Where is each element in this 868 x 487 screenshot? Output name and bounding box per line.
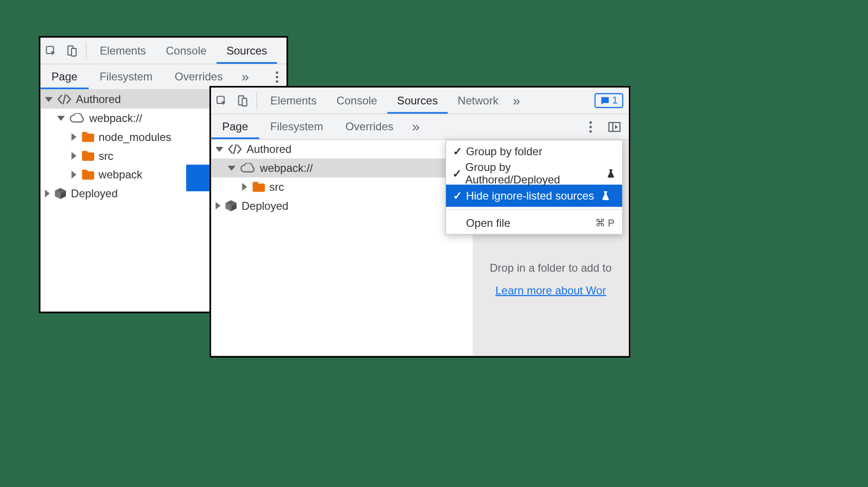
disclosure-down-icon xyxy=(216,146,223,152)
tree-label: src xyxy=(269,181,284,194)
tree-label: webpack xyxy=(99,168,143,181)
cloud-icon xyxy=(69,113,85,123)
subtab-page[interactable]: Page xyxy=(41,64,89,89)
code-brackets-icon xyxy=(57,94,72,105)
tab-console[interactable]: Console xyxy=(326,88,387,114)
svg-point-3 xyxy=(276,71,278,73)
menu-open-file[interactable]: Open file ⌘ P xyxy=(446,212,622,234)
disclosure-right-icon xyxy=(45,189,50,197)
message-icon xyxy=(600,96,610,106)
sources-subtab-bar: Page Filesystem Overrides » xyxy=(211,114,629,140)
disclosure-right-icon xyxy=(72,133,77,141)
subtab-page[interactable]: Page xyxy=(211,114,259,139)
tree-label: node_modules xyxy=(99,131,171,144)
tab-console[interactable]: Console xyxy=(156,38,217,64)
device-toggle-icon[interactable] xyxy=(232,88,253,114)
tab-network[interactable]: Network xyxy=(448,88,508,114)
device-toggle-icon[interactable] xyxy=(61,38,83,64)
tree-label: Authored xyxy=(76,93,121,106)
learn-more-link[interactable]: Learn more about Wor xyxy=(495,285,606,297)
tree-label: Authored xyxy=(247,143,291,156)
tree-label: webpack:// xyxy=(89,112,142,125)
disclosure-down-icon xyxy=(228,165,235,170)
more-tabs-icon[interactable]: » xyxy=(508,88,524,114)
tree-label: src xyxy=(99,149,114,162)
folder-icon xyxy=(82,151,94,161)
checkmark-icon: ✓ xyxy=(452,145,464,158)
issues-count: 1 xyxy=(612,95,618,106)
tree-label: Deployed xyxy=(241,199,288,212)
disclosure-right-icon xyxy=(216,202,221,210)
cube-icon xyxy=(225,200,237,212)
folder-icon xyxy=(82,132,94,142)
menu-hide-ignore-listed[interactable]: ✓ Hide ignore-listed sources xyxy=(446,185,622,207)
svg-point-4 xyxy=(276,76,278,78)
disclosure-down-icon xyxy=(57,116,65,121)
checkmark-icon: ✓ xyxy=(452,167,463,180)
menu-group-by-folder[interactable]: ✓ Group by folder xyxy=(446,140,622,163)
disclosure-right-icon xyxy=(242,183,247,191)
disclosure-right-icon xyxy=(72,152,77,160)
collapse-sidebar-icon[interactable] xyxy=(600,114,629,139)
checkmark-icon: ✓ xyxy=(452,189,464,202)
tree-label: Deployed xyxy=(71,187,118,200)
workspace-hint-text: Drop in a folder to add to xyxy=(480,262,621,274)
inspect-icon[interactable] xyxy=(41,38,62,64)
menu-label: Group by folder xyxy=(466,145,542,158)
folder-icon xyxy=(82,170,94,180)
tab-elements[interactable]: Elements xyxy=(90,38,156,64)
folder-icon xyxy=(253,182,265,192)
cloud-icon xyxy=(240,163,256,173)
menu-label: Open file xyxy=(466,217,510,230)
subtab-overrides[interactable]: Overrides xyxy=(334,114,404,139)
issues-badge[interactable]: 1 xyxy=(595,93,623,108)
tree-context-menu: ✓ Group by folder ✓ Group by Authored/De… xyxy=(446,140,623,234)
cube-icon xyxy=(54,188,66,200)
beaker-icon xyxy=(602,191,609,200)
menu-shortcut: ⌘ P xyxy=(595,217,615,229)
menu-label: Group by Authored/Deployed xyxy=(465,161,600,186)
menu-separator xyxy=(446,209,622,209)
toolbar-divider xyxy=(257,92,257,109)
menu-label: Hide ignore-listed sources xyxy=(466,189,594,202)
subtab-filesystem[interactable]: Filesystem xyxy=(259,114,334,139)
more-tabs-icon[interactable]: » xyxy=(404,114,428,139)
svg-point-5 xyxy=(276,80,278,82)
svg-point-11 xyxy=(590,130,592,132)
devtools-panel-after: Elements Console Sources Network » 1 Pag… xyxy=(210,86,631,358)
svg-point-10 xyxy=(590,126,592,128)
kebab-menu-icon[interactable] xyxy=(581,114,600,139)
svg-rect-12 xyxy=(609,122,620,131)
svg-point-9 xyxy=(590,121,592,123)
beaker-icon xyxy=(607,169,615,178)
tree-webpack-root[interactable]: webpack:// xyxy=(211,158,472,177)
menu-group-by-authored[interactable]: ✓ Group by Authored/Deployed xyxy=(446,163,622,185)
code-brackets-icon xyxy=(228,144,242,155)
svg-rect-8 xyxy=(242,98,247,106)
tab-elements[interactable]: Elements xyxy=(260,88,326,114)
disclosure-right-icon xyxy=(72,171,77,179)
main-tab-bar: Elements Console Sources xyxy=(41,38,287,65)
subtab-filesystem[interactable]: Filesystem xyxy=(89,64,164,89)
main-tab-bar: Elements Console Sources Network » 1 xyxy=(211,88,629,115)
tab-sources[interactable]: Sources xyxy=(387,88,448,114)
svg-rect-2 xyxy=(72,48,76,56)
tree-label: webpack:// xyxy=(260,162,313,175)
inspect-icon[interactable] xyxy=(211,88,232,114)
tab-sources[interactable]: Sources xyxy=(217,38,277,64)
toolbar-divider xyxy=(86,42,86,59)
disclosure-down-icon xyxy=(45,97,53,102)
